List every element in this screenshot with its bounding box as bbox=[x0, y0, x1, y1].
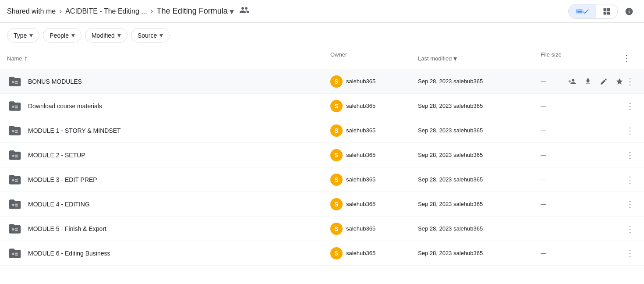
folder-icon bbox=[7, 196, 23, 212]
file-name-cell: MODULE 6 - Editing Business bbox=[7, 245, 330, 261]
owner-name: salehub365 bbox=[346, 250, 375, 256]
filter-people-label: People bbox=[50, 32, 69, 39]
row-more-button[interactable]: ⋮ bbox=[623, 148, 637, 162]
list-view-button[interactable] bbox=[569, 4, 596, 18]
filter-modified-button[interactable]: Modified ▾ bbox=[85, 28, 127, 43]
column-name[interactable]: Name ↑ bbox=[7, 51, 330, 65]
modified-cell: Sep 28, 2023 salehub365 bbox=[418, 127, 541, 134]
rename-button[interactable] bbox=[597, 75, 611, 89]
modified-cell: Sep 28, 2023 salehub365 bbox=[418, 201, 541, 207]
breadcrumb-dropdown-arrow[interactable]: ▾ bbox=[230, 6, 234, 17]
owner-avatar: S bbox=[330, 75, 343, 88]
svg-point-2 bbox=[12, 130, 14, 132]
filter-type-arrow: ▾ bbox=[29, 31, 33, 39]
folder-icon bbox=[7, 172, 23, 188]
column-last-modified[interactable]: Last modified ▾ bbox=[418, 51, 541, 65]
owner-avatar: S bbox=[330, 174, 343, 186]
owner-cell: S salehub365 bbox=[330, 223, 418, 235]
file-name-cell: MODULE 2 - SETUP bbox=[7, 147, 330, 163]
breadcrumb-parent[interactable]: ACIDBITE - The Editing ... bbox=[65, 7, 147, 15]
owner-name: salehub365 bbox=[346, 201, 375, 207]
file-name-label: MODULE 5 - Finish & Export bbox=[28, 225, 106, 232]
owner-name: salehub365 bbox=[346, 176, 375, 183]
table-row[interactable]: MODULE 4 - EDITING S salehub365 Sep 28, … bbox=[0, 192, 644, 217]
owner-avatar: S bbox=[330, 100, 343, 112]
table-row[interactable]: MODULE 5 - Finish & Export S salehub365 … bbox=[0, 217, 644, 241]
table-row[interactable]: MODULE 6 - Editing Business S salehub365… bbox=[0, 241, 644, 266]
owner-avatar: S bbox=[330, 247, 343, 259]
row-actions-container: ⋮ bbox=[619, 148, 637, 162]
filter-modified-arrow: ▾ bbox=[117, 31, 121, 39]
owner-avatar: S bbox=[330, 149, 343, 161]
filter-type-button[interactable]: Type ▾ bbox=[7, 28, 39, 43]
table-row[interactable]: MODULE 3 - EDIT PREP S salehub365 Sep 28… bbox=[0, 167, 644, 192]
modified-cell: Sep 28, 2023 salehub365 bbox=[418, 78, 541, 85]
table-row[interactable]: MODULE 1 - STORY & MINDSET S salehub365 … bbox=[0, 118, 644, 143]
owner-cell: S salehub365 bbox=[330, 174, 418, 186]
file-name-cell: BONUS MODULES bbox=[7, 74, 330, 89]
filesize-cell: — bbox=[541, 127, 619, 134]
owner-cell: S salehub365 bbox=[330, 75, 418, 88]
modified-cell: Sep 28, 2023 salehub365 bbox=[418, 103, 541, 109]
folder-icon bbox=[7, 147, 23, 163]
row-actions-container: ⋮ bbox=[619, 124, 637, 138]
row-actions bbox=[565, 75, 626, 89]
owner-cell: S salehub365 bbox=[330, 149, 418, 161]
svg-point-6 bbox=[12, 228, 14, 230]
table-row[interactable]: Download course materials S salehub365 S… bbox=[0, 94, 644, 118]
column-more-button[interactable]: ⋮ bbox=[619, 51, 633, 65]
row-more-button[interactable]: ⋮ bbox=[623, 99, 637, 113]
row-more-button[interactable]: ⋮ bbox=[623, 173, 637, 187]
svg-point-1 bbox=[12, 105, 14, 107]
owner-avatar: S bbox=[330, 223, 343, 235]
filter-source-arrow: ▾ bbox=[159, 31, 163, 39]
file-name-cell: MODULE 3 - EDIT PREP bbox=[7, 172, 330, 188]
svg-point-0 bbox=[12, 81, 14, 83]
filesize-cell: — bbox=[541, 250, 619, 256]
owner-cell: S salehub365 bbox=[330, 124, 418, 137]
shared-people-icon[interactable] bbox=[239, 5, 250, 18]
column-file-size: File size bbox=[541, 51, 619, 65]
owner-name: salehub365 bbox=[346, 225, 375, 232]
owner-cell: S salehub365 bbox=[330, 247, 418, 259]
table-row[interactable]: MODULE 2 - SETUP S salehub365 Sep 28, 20… bbox=[0, 143, 644, 167]
file-name-label: BONUS MODULES bbox=[28, 78, 82, 85]
svg-point-4 bbox=[12, 179, 14, 181]
top-nav-right bbox=[568, 4, 637, 19]
filter-source-button[interactable]: Source ▾ bbox=[131, 28, 170, 43]
owner-name: salehub365 bbox=[346, 78, 375, 85]
folder-icon bbox=[7, 245, 23, 261]
info-button[interactable] bbox=[621, 4, 637, 19]
breadcrumb-root[interactable]: Shared with me bbox=[7, 7, 56, 15]
svg-point-3 bbox=[12, 154, 14, 156]
row-actions-container: ⋮ bbox=[619, 75, 637, 89]
row-more-button[interactable]: ⋮ bbox=[623, 246, 637, 260]
grid-view-button[interactable] bbox=[596, 4, 617, 18]
file-name-label: MODULE 3 - EDIT PREP bbox=[28, 176, 97, 183]
filter-people-button[interactable]: People ▾ bbox=[43, 28, 81, 43]
modified-cell: Sep 28, 2023 salehub365 bbox=[418, 225, 541, 232]
column-owner: Owner bbox=[330, 51, 418, 65]
filesize-cell: — bbox=[541, 152, 619, 158]
table-header: Name ↑ Owner Last modified ▾ File size ⋮ bbox=[0, 48, 644, 69]
row-actions-container: ⋮ bbox=[619, 99, 637, 113]
folder-icon bbox=[7, 74, 23, 89]
star-button[interactable] bbox=[612, 75, 626, 89]
column-more: ⋮ bbox=[619, 51, 637, 65]
sort-icon: ↑ bbox=[24, 54, 28, 62]
filesize-cell: — bbox=[541, 103, 619, 109]
file-list: BONUS MODULES S salehub365 Sep 28, 2023 … bbox=[0, 69, 644, 266]
row-more-button[interactable]: ⋮ bbox=[623, 124, 637, 138]
owner-name: salehub365 bbox=[346, 103, 375, 109]
column-owner-label: Owner bbox=[330, 51, 347, 58]
download-button[interactable] bbox=[581, 75, 595, 89]
row-more-button[interactable]: ⋮ bbox=[623, 197, 637, 211]
row-actions-container: ⋮ bbox=[619, 246, 637, 260]
file-name-cell: Download course materials bbox=[7, 98, 330, 114]
row-more-button[interactable]: ⋮ bbox=[623, 222, 637, 236]
column-modified-label: Last modified bbox=[418, 55, 452, 62]
breadcrumb-current: The Editing Formula ▾ bbox=[157, 6, 234, 17]
file-name-label: Download course materials bbox=[28, 103, 102, 110]
table-row[interactable]: BONUS MODULES S salehub365 Sep 28, 2023 … bbox=[0, 69, 644, 94]
add-person-button[interactable] bbox=[565, 75, 579, 89]
